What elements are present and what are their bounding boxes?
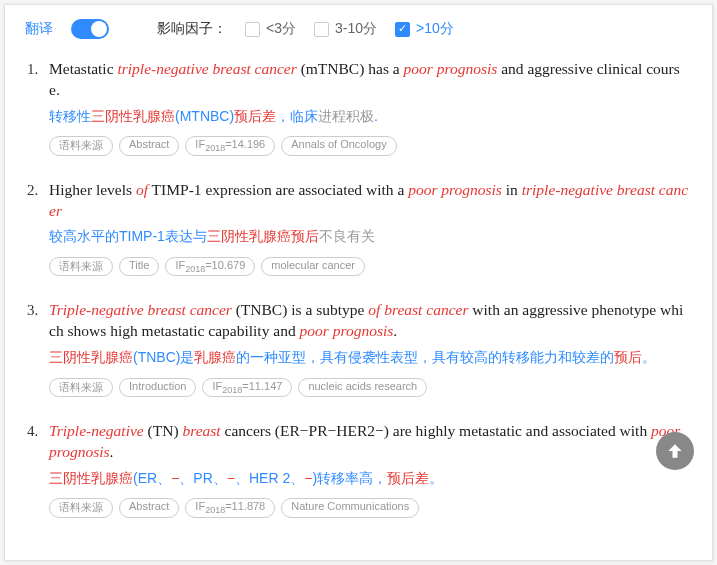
translation-segment: (TNBC)是 xyxy=(133,349,194,365)
journal-tag[interactable]: Annals of Oncology xyxy=(281,136,396,155)
translation-segment: )转移率高， xyxy=(312,470,387,486)
translation-segment: 的一种亚型，具有侵袭性表型，具有较高的转移能力和较差的 xyxy=(236,349,614,365)
translation-segment: 较高水平的TIMP-1表达与 xyxy=(49,228,207,244)
translation-segment: 三阴性乳腺癌 xyxy=(49,349,133,365)
section-tag[interactable]: Abstract xyxy=(119,498,179,517)
translation-segment: 进程积极 xyxy=(318,108,374,124)
impact-factor-tag[interactable]: IF2018=11.147 xyxy=(202,378,292,397)
text-segment: (mTNBC) has a xyxy=(297,60,404,77)
translation-segment: . xyxy=(374,108,378,124)
translation-segment: 预后 xyxy=(614,349,642,365)
tag-row: 语料来源AbstractIF2018=11.878Nature Communic… xyxy=(49,498,690,517)
text-segment: (TNBC) is a subtype xyxy=(232,301,368,318)
translation-segment: 预后差 xyxy=(387,470,429,486)
main-container: 翻译 影响因子： <3分 3-10分 >10分 1.Metastatic tri… xyxy=(4,4,713,561)
translation-segment: ，临床 xyxy=(276,108,318,124)
results-list: 1.Metastatic triple-negative breast canc… xyxy=(5,49,712,518)
journal-tag[interactable]: molecular cancer xyxy=(261,257,365,276)
translation-segment: 不良有关 xyxy=(319,228,375,244)
translation-segment: − xyxy=(227,470,235,486)
result-item: 2.Higher levels of TIMP-1 expression are… xyxy=(27,180,690,277)
section-tag[interactable]: Abstract xyxy=(119,136,179,155)
english-sentence: Metastatic triple-negative breast cancer… xyxy=(49,59,690,101)
result-body: Triple-negative breast cancer (TNBC) is … xyxy=(49,300,690,397)
scroll-to-top-button[interactable] xyxy=(656,432,694,470)
text-segment: (TN) xyxy=(144,422,183,439)
result-body: Triple-negative (TN) breast cancers (ER−… xyxy=(49,421,690,518)
text-segment: Metastatic xyxy=(49,60,117,77)
translate-toggle[interactable] xyxy=(71,19,109,39)
translation-segment: 乳腺癌 xyxy=(194,349,236,365)
tag-row: 语料来源IntroductionIF2018=11.147nucleic aci… xyxy=(49,378,690,397)
source-tag[interactable]: 语料来源 xyxy=(49,498,113,517)
source-tag[interactable]: 语料来源 xyxy=(49,257,113,276)
result-number: 1. xyxy=(27,59,49,156)
result-item: 4.Triple-negative (TN) breast cancers (E… xyxy=(27,421,690,518)
translation-segment: (MTNBC) xyxy=(175,108,234,124)
translation-segment: 三阴性乳腺癌预后 xyxy=(207,228,319,244)
text-segment: TIMP-1 expression are associated with a xyxy=(148,181,408,198)
filter-3to10[interactable]: 3-10分 xyxy=(314,20,377,38)
chinese-translation: 较高水平的TIMP-1表达与三阴性乳腺癌预后不良有关 xyxy=(49,227,690,247)
highlight-term: poor prognosis xyxy=(408,181,502,198)
filter-gt10[interactable]: >10分 xyxy=(395,20,454,38)
result-number: 3. xyxy=(27,300,49,397)
filter-label: <3分 xyxy=(266,20,296,38)
text-segment: . xyxy=(393,322,397,339)
filter-lt3[interactable]: <3分 xyxy=(245,20,296,38)
translation-segment: 、HER 2、 xyxy=(235,470,304,486)
impact-factor-tag[interactable]: IF2018=14.196 xyxy=(185,136,275,155)
source-tag[interactable]: 语料来源 xyxy=(49,136,113,155)
filter-header: 翻译 影响因子： <3分 3-10分 >10分 xyxy=(5,5,712,49)
translation-segment: 三阴性乳腺癌 xyxy=(49,470,133,486)
chinese-translation: 三阴性乳腺癌(TNBC)是乳腺癌的一种亚型，具有侵袭性表型，具有较高的转移能力和… xyxy=(49,348,690,368)
highlight-term: Triple-negative breast cancer xyxy=(49,301,232,318)
text-segment: in xyxy=(502,181,522,198)
translation-segment: (ER、 xyxy=(133,470,171,486)
translation-segment: 预后差 xyxy=(234,108,276,124)
english-sentence: Triple-negative breast cancer (TNBC) is … xyxy=(49,300,690,342)
highlight-term: poor prognosis xyxy=(404,60,498,77)
journal-tag[interactable]: Nature Communications xyxy=(281,498,419,517)
translation-segment: 三阴性乳腺癌 xyxy=(91,108,175,124)
section-tag[interactable]: Title xyxy=(119,257,159,276)
journal-tag[interactable]: nucleic acids research xyxy=(298,378,427,397)
arrow-up-icon xyxy=(665,441,685,461)
translation-segment: 。 xyxy=(429,470,443,486)
highlight-term: triple-negative breast cancer xyxy=(117,60,296,77)
impact-factor-tag[interactable]: IF2018=10.679 xyxy=(165,257,255,276)
checkbox-checked-icon xyxy=(395,22,410,37)
result-number: 2. xyxy=(27,180,49,277)
tag-row: 语料来源AbstractIF2018=14.196Annals of Oncol… xyxy=(49,136,690,155)
filter-label: 3-10分 xyxy=(335,20,377,38)
source-tag[interactable]: 语料来源 xyxy=(49,378,113,397)
result-item: 3.Triple-negative breast cancer (TNBC) i… xyxy=(27,300,690,397)
highlight-term: breast xyxy=(182,422,220,439)
impact-factor-label: 影响因子： xyxy=(157,20,227,38)
chinese-translation: 转移性三阴性乳腺癌(MTNBC)预后差，临床进程积极. xyxy=(49,107,690,127)
text-segment: . xyxy=(110,443,114,460)
chinese-translation: 三阴性乳腺癌(ER、−、PR、−、HER 2、−)转移率高，预后差。 xyxy=(49,469,690,489)
impact-factor-tag[interactable]: IF2018=11.878 xyxy=(185,498,275,517)
result-number: 4. xyxy=(27,421,49,518)
text-segment: Higher levels xyxy=(49,181,136,198)
translation-segment: 、PR、 xyxy=(179,470,226,486)
result-body: Metastatic triple-negative breast cancer… xyxy=(49,59,690,156)
filter-label: >10分 xyxy=(416,20,454,38)
result-item: 1.Metastatic triple-negative breast canc… xyxy=(27,59,690,156)
english-sentence: Triple-negative (TN) breast cancers (ER−… xyxy=(49,421,690,463)
checkbox-icon xyxy=(245,22,260,37)
translation-segment: 转移性 xyxy=(49,108,91,124)
text-segment: cancers (ER−PR−HER2−) are highly metasta… xyxy=(221,422,651,439)
translate-label: 翻译 xyxy=(25,20,53,38)
highlight-term: of xyxy=(136,181,148,198)
translation-segment: 。 xyxy=(642,349,656,365)
result-body: Higher levels of TIMP-1 expression are a… xyxy=(49,180,690,277)
english-sentence: Higher levels of TIMP-1 expression are a… xyxy=(49,180,690,222)
highlight-term: of breast cancer xyxy=(368,301,468,318)
checkbox-icon xyxy=(314,22,329,37)
tag-row: 语料来源TitleIF2018=10.679molecular cancer xyxy=(49,257,690,276)
highlight-term: poor prognosis xyxy=(300,322,394,339)
section-tag[interactable]: Introduction xyxy=(119,378,196,397)
highlight-term: Triple-negative xyxy=(49,422,144,439)
